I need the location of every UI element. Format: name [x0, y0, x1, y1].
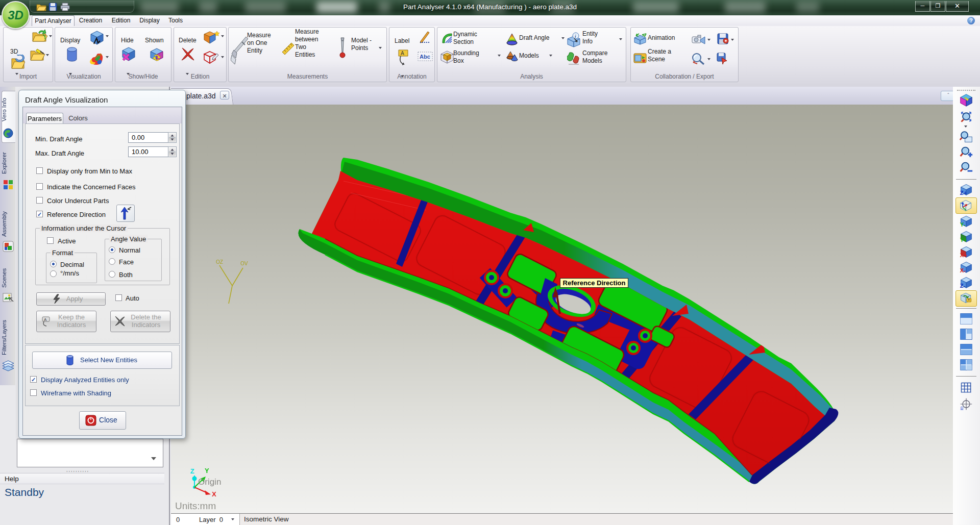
- svg-text:Origin: Origin: [198, 477, 221, 487]
- svg-text:Units:mm: Units:mm: [175, 501, 216, 511]
- svg-text:A: A: [44, 317, 47, 322]
- svg-text:A: A: [401, 51, 404, 56]
- svg-text:D: D: [961, 406, 964, 410]
- svg-text:Z: Z: [190, 467, 194, 475]
- svg-text:X-: X-: [960, 267, 966, 273]
- svg-text:Z+: Z+: [960, 190, 967, 196]
- svg-text:Y: Y: [205, 467, 209, 474]
- svg-text:OV: OV: [240, 261, 248, 266]
- svg-text:Y-: Y-: [960, 221, 966, 228]
- svg-text:Z-: Z-: [960, 283, 966, 289]
- svg-text:X+: X+: [960, 252, 968, 258]
- svg-text:X: X: [212, 490, 216, 498]
- svg-text:OZ: OZ: [216, 259, 223, 265]
- svg-text:Abc: Abc: [420, 54, 430, 60]
- svg-text:Y+: Y+: [960, 237, 968, 243]
